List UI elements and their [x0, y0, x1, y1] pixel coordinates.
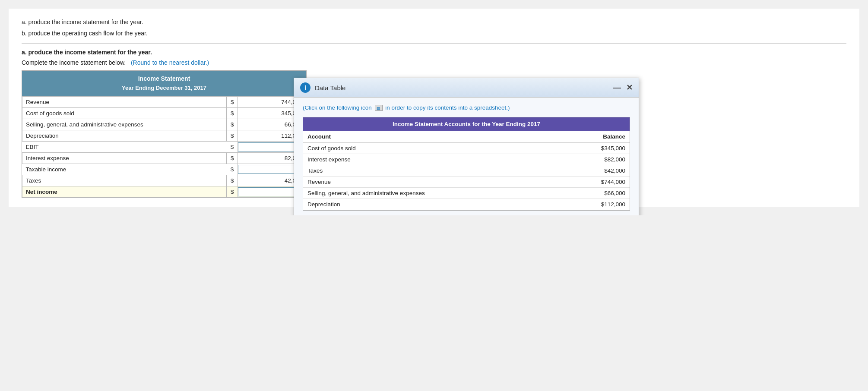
income-statement-subtitle: Year Ending December 31, 2017 — [24, 82, 304, 95]
data-table-row: Depreciation$112,000 — [303, 199, 630, 210]
account-cell: Interest expense — [303, 154, 562, 165]
table-row: Cost of goods sold $ 345,000 — [22, 107, 306, 119]
instruction-line2: b. produce the operating cash flow for t… — [22, 28, 846, 39]
complete-text: Complete the income statement below. (Ro… — [22, 59, 846, 66]
row-label-taxes: Taxes — [22, 175, 227, 186]
account-cell: Revenue — [303, 177, 562, 188]
dollar-sign-interest: $ — [227, 152, 238, 164]
data-table-row: Revenue$744,000 — [303, 177, 630, 188]
balance-cell: $112,000 — [562, 199, 630, 210]
table-row: Taxes $ 42,000 — [22, 175, 306, 186]
balance-cell: $66,000 — [562, 188, 630, 199]
dollar-sign-revenue: $ — [227, 96, 238, 107]
instructions: a. produce the income statement for the … — [22, 17, 846, 39]
round-note: (Round to the nearest dollar.) — [131, 59, 209, 66]
data-table-container: Income Statement Accounts for the Year E… — [303, 117, 630, 211]
income-table: Revenue $ 744,000 Cost of goods sold $ 3… — [22, 96, 306, 198]
account-cell: Taxes — [303, 165, 562, 177]
taxable-row: Taxable income $ — [22, 164, 306, 175]
data-table-modal: i Data Table — ✕ (Click on the following… — [294, 78, 639, 215]
modal-header: i Data Table — ✕ — [294, 78, 639, 98]
row-label-ebit: EBIT — [22, 141, 227, 152]
account-cell: Depreciation — [303, 199, 562, 210]
modal-controls: — ✕ — [613, 83, 633, 92]
col-header-account: Account — [303, 131, 562, 143]
dollar-sign-taxable: $ — [227, 164, 238, 175]
row-label-sga: Selling, general, and administrative exp… — [22, 119, 227, 130]
data-table: Account Balance Cost of goods sold$345,0… — [303, 131, 630, 210]
balance-cell: $345,000 — [562, 143, 630, 154]
income-table-header: Income Statement Year Ending December 31… — [22, 71, 306, 96]
balance-cell: $82,000 — [562, 154, 630, 165]
divider — [22, 43, 846, 44]
data-table-row: Selling, general, and administrative exp… — [303, 188, 630, 199]
close-button[interactable]: ✕ — [626, 83, 633, 92]
net-income-row: Net income $ — [22, 186, 306, 197]
spreadsheet-icon[interactable]: ▦ — [375, 105, 383, 111]
modal-body: (Click on the following icon ▦ in order … — [294, 98, 639, 215]
data-table-row: Interest expense$82,000 — [303, 154, 630, 165]
info-icon: i — [300, 82, 310, 93]
balance-cell: $744,000 — [562, 177, 630, 188]
table-row: Interest expense $ 82,000 — [22, 152, 306, 164]
row-label-cogs: Cost of goods sold — [22, 107, 227, 119]
table-row: Depreciation $ 112,000 — [22, 130, 306, 141]
instruction-line1: a. produce the income statement for the … — [22, 17, 846, 28]
col-header-balance: Balance — [562, 131, 630, 143]
data-table-row: Taxes$42,000 — [303, 165, 630, 177]
dollar-sign-depreciation: $ — [227, 130, 238, 141]
income-statement-title: Income Statement — [24, 75, 304, 82]
table-row: Revenue $ 744,000 — [22, 96, 306, 107]
table-row: Selling, general, and administrative exp… — [22, 119, 306, 130]
minimize-button[interactable]: — — [613, 84, 621, 91]
account-cell: Selling, general, and administrative exp… — [303, 188, 562, 199]
income-statement-table: Income Statement Year Ending December 31… — [22, 70, 307, 198]
dollar-sign-net-income: $ — [227, 186, 238, 197]
spreadsheet-note: (Click on the following icon ▦ in order … — [303, 104, 630, 111]
ebit-row: EBIT $ — [22, 141, 306, 152]
dollar-sign-taxes: $ — [227, 175, 238, 186]
row-label-revenue: Revenue — [22, 96, 227, 107]
modal-header-left: i Data Table — [300, 82, 345, 93]
account-cell: Cost of goods sold — [303, 143, 562, 154]
dollar-sign-sga: $ — [227, 119, 238, 130]
balance-cell: $42,000 — [562, 165, 630, 177]
dollar-sign-cogs: $ — [227, 107, 238, 119]
row-label-taxable: Taxable income — [22, 164, 227, 175]
modal-title: Data Table — [315, 84, 345, 91]
data-table-row: Cost of goods sold$345,000 — [303, 143, 630, 154]
row-label-depreciation: Depreciation — [22, 130, 227, 141]
data-table-header-row: Account Balance — [303, 131, 630, 143]
data-table-title: Income Statement Accounts for the Year E… — [303, 117, 630, 131]
page-content: a. produce the income statement for the … — [9, 9, 859, 207]
row-label-interest: Interest expense — [22, 152, 227, 164]
section-a-label: a. produce the income statement for the … — [22, 49, 846, 56]
row-label-net-income: Net income — [22, 186, 227, 197]
dollar-sign-ebit: $ — [227, 141, 238, 152]
